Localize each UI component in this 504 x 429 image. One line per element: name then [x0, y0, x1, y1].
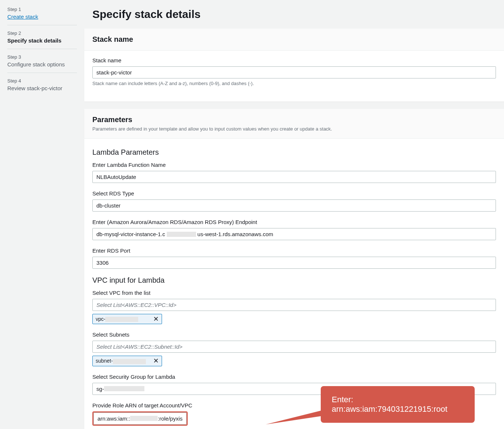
arn-prefix: arn:aws:iam:: [98, 415, 130, 422]
role-arn-highlight: arn:aws:iam:: :role/pyxis [92, 411, 188, 426]
main-content: Specify stack details Stack name Stack n… [84, 0, 504, 429]
vpc-label: Select VPC from the list [92, 290, 496, 296]
panel-title: Stack name [92, 35, 496, 44]
redacted-text [167, 232, 196, 237]
panel-header: Stack name [84, 29, 504, 51]
step-label: Step 1 [7, 7, 77, 12]
step-label: Step 3 [7, 54, 77, 60]
redacted-text [104, 386, 144, 391]
remove-tag-icon[interactable]: ✕ [153, 358, 159, 363]
arn-suffix: :role/pyxis [158, 415, 183, 422]
sidebar-step-1[interactable]: Step 1 Create stack [7, 7, 77, 25]
endpoint-label: Enter (Amazon Aurora/Amazon RDS/Amazon R… [92, 219, 496, 225]
instruction-callout: Enter: arn:aws:iam:794031221915:root [321, 386, 475, 423]
rds-type-input[interactable] [92, 199, 496, 212]
remove-tag-icon[interactable]: ✕ [153, 316, 159, 322]
wizard-sidebar: Step 1 Create stack Step 2 Specify stack… [0, 0, 84, 429]
sidebar-step-3[interactable]: Step 3 Configure stack options [7, 54, 77, 73]
subnet-tag: subnet- ✕ [92, 356, 162, 366]
step-label: Step 4 [7, 78, 77, 84]
vpc-select[interactable]: Select List<AWS::EC2::VPC::Id> [92, 299, 496, 311]
page-title: Specify stack details [84, 4, 504, 29]
rds-port-label: Enter RDS Port [92, 247, 496, 254]
panel-title: Parameters [92, 115, 496, 124]
lambda-name-input[interactable] [92, 171, 496, 183]
sg-label: Select Security Group for Lambda [92, 374, 496, 380]
subnets-select[interactable]: Select List<AWS::EC2::Subnet::Id> [92, 341, 496, 353]
redacted-text [105, 317, 138, 322]
subnets-label: Select Subnets [92, 331, 496, 338]
lambda-section-title: Lambda Parameters [92, 148, 496, 157]
stack-name-hint: Stack name can include letters (A-Z and … [92, 81, 496, 86]
callout-line2: arn:aws:iam:794031221915:root [332, 404, 464, 414]
panel-subtitle: Parameters are defined in your template … [92, 126, 496, 132]
stack-name-input[interactable] [92, 66, 496, 78]
stack-name-panel: Stack name Stack name Stack name can inc… [84, 29, 504, 102]
step-title: Review stack-pc-victor [7, 85, 77, 91]
tag-prefix: vpc- [96, 316, 105, 322]
vpc-tag: vpc- ✕ [92, 314, 162, 324]
step-label: Step 2 [7, 30, 77, 36]
parameters-panel: Parameters Parameters are defined in you… [84, 109, 504, 429]
sidebar-step-4[interactable]: Step 4 Review stack-pc-victor [7, 78, 77, 96]
panel-header: Parameters Parameters are defined in you… [84, 109, 504, 139]
redacted-text [113, 359, 146, 364]
vpc-section-title: VPC input for Lambda [92, 276, 496, 285]
rds-port-input[interactable] [92, 257, 496, 269]
tag-prefix: subnet- [96, 358, 113, 364]
role-arn-input[interactable]: arn:aws:iam:: :role/pyxis [93, 412, 187, 425]
step-title: Specify stack details [7, 37, 77, 44]
sg-prefix: sg- [96, 386, 104, 392]
stack-name-label: Stack name [92, 57, 496, 63]
sidebar-step-2[interactable]: Step 2 Specify stack details [7, 30, 77, 49]
lambda-name-label: Enter Lambda Function Name [92, 162, 496, 168]
step-title: Configure stack options [7, 61, 77, 67]
redacted-text [130, 416, 158, 421]
endpoint-prefix: db-mysql-victor-instance-1.c [96, 231, 165, 237]
step-title[interactable]: Create stack [7, 14, 77, 20]
endpoint-suffix: us-west-1.rds.amazonaws.com [198, 231, 273, 237]
endpoint-input[interactable]: db-mysql-victor-instance-1.c us-west-1.r… [92, 228, 496, 240]
rds-type-label: Select RDS Type [92, 190, 496, 197]
callout-line1: Enter: [332, 395, 464, 404]
